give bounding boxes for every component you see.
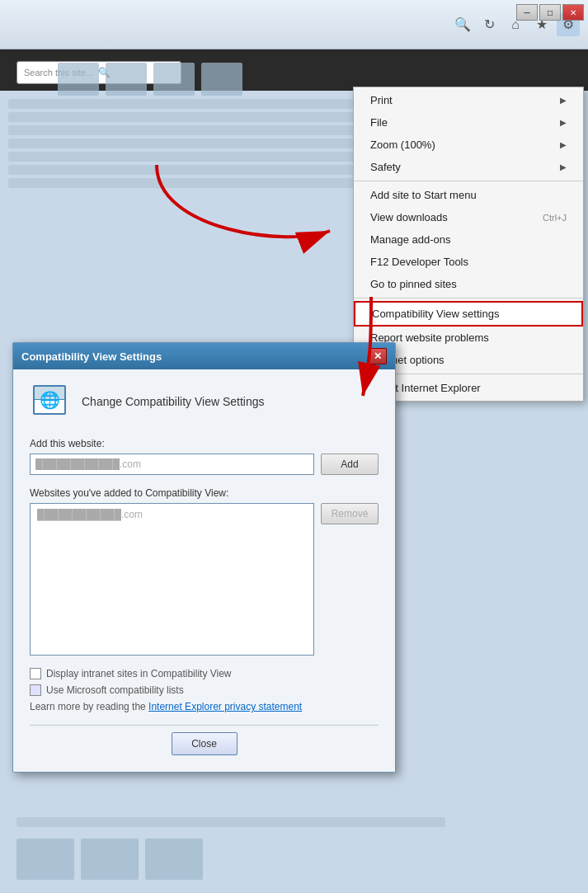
cv-checkbox-intranet[interactable] [30, 668, 41, 679]
menu-item-f12-label: F12 Developer Tools [370, 256, 468, 268]
cv-checkbox-intranet-label: Display intranet sites in Compatibility … [46, 668, 232, 679]
menu-item-manage-addons[interactable]: Manage add-ons [354, 228, 583, 251]
browser-toolbar: 🔍 ↻ ⌂ ★ ⚙ [0, 0, 588, 49]
blurred-row-b1 [16, 817, 445, 827]
arrow-icon: ▶ [560, 162, 567, 172]
blurred-thumb-4 [201, 63, 242, 96]
arrow-icon: ▶ [560, 96, 567, 105]
menu-item-compatibility-view[interactable]: Compatibility View settings [354, 301, 583, 327]
cv-privacy-link[interactable]: Internet Explorer privacy statement [148, 701, 302, 712]
page-nav-bar: Search this site... 🔍 [0, 49, 588, 91]
blurred-thumb-3 [153, 63, 195, 96]
browser-window: ─ □ ✕ 🔍 ↻ ⌂ ★ ⚙ Search this site... [0, 0, 588, 893]
cv-link-prefix: Learn more by reading the [30, 701, 148, 712]
arrow-icon: ▶ [560, 140, 567, 149]
cv-list-row: ████████████.com Remove [30, 503, 379, 656]
menu-item-f12[interactable]: F12 Developer Tools [354, 251, 583, 273]
cv-dialog-icon: 🌐 [30, 382, 69, 421]
menu-item-safety-label: Safety [370, 161, 401, 173]
cv-dialog-header-text: Change Compatibility View Settings [82, 395, 265, 408]
cv-dialog: Compatibility View Settings ✕ 🌐 Change C… [12, 342, 396, 773]
cv-add-website-label: Add this website: [30, 438, 379, 449]
menu-item-manage-addons-label: Manage add-ons [370, 233, 451, 246]
menu-item-safety[interactable]: Safety ▶ [354, 156, 583, 178]
arrow-icon: ▶ [560, 118, 567, 127]
blurred-row-6 [8, 165, 361, 175]
cv-checkbox-row-1: Display intranet sites in Compatibility … [30, 668, 379, 679]
close-button[interactable]: ✕ [562, 4, 584, 21]
browser-content: Search this site... 🔍 [0, 49, 588, 893]
menu-item-add-site-label: Add site to Start menu [370, 189, 477, 201]
menu-divider-1 [354, 181, 583, 181]
shortcut-label: Ctrl+J [543, 213, 567, 223]
menu-item-file-label: File [370, 116, 388, 129]
cv-dialog-header-row: 🌐 Change Compatibility View Settings [30, 382, 379, 421]
minimize-button[interactable]: ─ [516, 4, 538, 21]
blurred-thumb-1 [58, 63, 99, 96]
maximize-button[interactable]: □ [539, 4, 561, 21]
menu-item-pinned-sites[interactable]: Go to pinned sites [354, 273, 583, 295]
bottom-thumb-3 [145, 839, 203, 880]
cv-checkbox-microsoft[interactable] [30, 684, 41, 696]
menu-item-file[interactable]: File ▶ [354, 111, 583, 134]
cv-websites-list[interactable]: ████████████.com [30, 503, 314, 656]
cv-list-label: Websites you've added to Compatibility V… [30, 487, 379, 499]
menu-item-add-site[interactable]: Add site to Start menu [354, 184, 583, 206]
cv-dialog-titlebar: Compatibility View Settings ✕ [13, 343, 395, 369]
cv-list-item: ████████████.com [34, 507, 310, 522]
window-controls: ─ □ ✕ [516, 4, 584, 21]
bottom-thumb-2 [81, 839, 139, 880]
bottom-content [0, 806, 588, 893]
menu-item-zoom-label: Zoom (100%) [370, 139, 435, 151]
cv-dialog-close-button[interactable]: ✕ [369, 348, 387, 364]
menu-divider-2 [354, 298, 583, 298]
cv-remove-button[interactable]: Remove [321, 503, 379, 524]
cv-dialog-title: Compatibility View Settings [21, 350, 162, 363]
cv-link-row: Learn more by reading the Internet Explo… [30, 701, 379, 712]
cv-website-input[interactable] [30, 454, 314, 475]
cv-close-button[interactable]: Close [172, 732, 238, 755]
menu-item-print-label: Print [370, 94, 393, 106]
menu-item-view-downloads-label: View downloads [370, 211, 448, 223]
cv-dialog-footer: Close [30, 725, 379, 759]
cv-add-website-row: Add [30, 454, 379, 475]
menu-item-compatibility-view-label: Compatibility View settings [372, 308, 499, 320]
menu-item-pinned-sites-label: Go to pinned sites [370, 278, 457, 290]
bottom-thumb-row [8, 834, 580, 885]
search-icon[interactable]: 🔍 [451, 13, 474, 36]
cv-dialog-body: 🌐 Change Compatibility View Settings Add… [13, 369, 395, 772]
menu-item-zoom[interactable]: Zoom (100%) ▶ [354, 134, 583, 156]
cv-add-button[interactable]: Add [321, 454, 379, 475]
blurred-thumb-2 [106, 63, 147, 96]
bottom-thumb-1 [16, 839, 74, 880]
refresh-icon[interactable]: ↻ [477, 13, 501, 36]
menu-item-view-downloads[interactable]: View downloads Ctrl+J [354, 206, 583, 228]
cv-checkbox-microsoft-label: Use Microsoft compatibility lists [46, 684, 184, 696]
globe-icon: 🌐 [40, 390, 60, 410]
cv-checkbox-row-2: Use Microsoft compatibility lists [30, 684, 379, 696]
blurred-row-3 [8, 125, 361, 135]
menu-item-print[interactable]: Print ▶ [354, 89, 583, 111]
